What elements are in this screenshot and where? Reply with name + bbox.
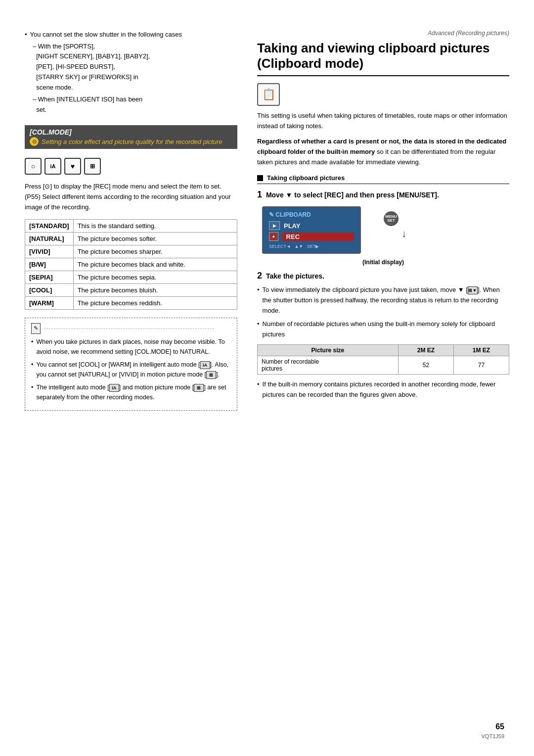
col-mode-title: [COL.MODE] xyxy=(30,128,232,136)
note-text: The intelligent auto mode [iA] and motio… xyxy=(36,382,231,402)
note-bullet: • You cannot set [COOL] or [WARM] in int… xyxy=(31,360,231,379)
indent-item: [PET], [HI-SPEED BURST], xyxy=(33,62,237,72)
bullet-dot: • xyxy=(31,337,33,357)
indent-item: scene mode. xyxy=(33,83,237,93)
table-key: [COOL] xyxy=(25,284,74,297)
bullet-dot: • xyxy=(257,285,260,316)
note-bullet: • When you take pictures in dark places,… xyxy=(31,337,231,357)
note-icon-row: ✎ xyxy=(31,323,231,334)
left-column: • You cannot set the slow shutter in the… xyxy=(25,30,237,726)
intro-bullets: • You cannot set the slow shutter in the… xyxy=(25,30,237,115)
step2-bullet2-text: Number of recordable pictures when using… xyxy=(263,319,509,340)
play-text: PLAY xyxy=(284,222,300,230)
mode-icon-ia: iA xyxy=(44,158,61,175)
table-key: [B/W] xyxy=(25,258,74,271)
col-header-1m: 1M EZ xyxy=(453,345,509,356)
press-text: Press [⊙] to display the [REC] mode menu… xyxy=(25,182,237,212)
step2-title: 2 Take the pictures. xyxy=(257,271,509,281)
table-key: [NATURAL] xyxy=(25,233,74,245)
final-bullet-text: If the built-in memory contains pictures… xyxy=(263,379,509,400)
table-value: The picture becomes sharper. xyxy=(73,245,237,258)
square-icon xyxy=(257,175,263,181)
note-icon: ✎ xyxy=(31,323,41,334)
bullet-dot: • xyxy=(25,30,27,40)
mode-icon-grid: ⊞ xyxy=(84,158,101,175)
step2-bullet1: • To view immediately the clipboard pict… xyxy=(257,285,509,316)
table-value: The picture becomes sepia. xyxy=(73,271,237,284)
step2-number: 2 xyxy=(257,271,262,281)
step2-bullets: • To view immediately the clipboard pict… xyxy=(257,285,509,339)
intro-text-1: This setting is useful when taking pictu… xyxy=(257,111,509,132)
table-key: [VIVID] xyxy=(25,245,74,258)
indent-item: [STARRY SKY] or [FIREWORKS] in xyxy=(33,72,237,83)
mode-icon-heart: ♥ xyxy=(64,158,81,175)
note-text: When you take pictures in dark places, n… xyxy=(36,337,231,357)
table-row-label: Number of recordablepictures xyxy=(258,356,399,375)
settings-table: [STANDARD] This is the standard setting.… xyxy=(25,219,237,310)
col-mode-subtitle: ⊙ Setting a color effect and picture qua… xyxy=(30,137,232,146)
page-number: 65 xyxy=(495,722,504,731)
step1-title: 1 Move ▼ to select [REC] and then press … xyxy=(257,188,509,201)
intro-text-2: Regardless of whether a card is present … xyxy=(257,137,509,167)
screen-container: ✎ CLIPBOARD ▶ PLAY ● REC SELECT◄ ▲▼ SET▶… xyxy=(262,206,381,254)
motion-icon2: ⊞ xyxy=(194,384,204,392)
taking-clipboard-header: Taking clipboard pictures xyxy=(257,174,509,184)
indent-item: – With the [SPORTS], xyxy=(33,42,237,52)
bullet-dot: • xyxy=(257,319,260,340)
bullet-dot: • xyxy=(257,379,260,400)
bullet-dot: • xyxy=(31,382,33,402)
step1-text: Move ▼ to select [REC] and then press [M… xyxy=(266,191,439,199)
note-bullet: • The intelligent auto mode [iA] and mot… xyxy=(31,382,231,402)
mode-icons-row: ○ iA ♥ ⊞ xyxy=(25,158,237,175)
table-header-row: Picture size 2M EZ 1M EZ xyxy=(258,345,509,356)
rec-text: REC xyxy=(282,233,354,241)
final-bullet: • If the built-in memory contains pictur… xyxy=(257,379,509,400)
play-menu-item: ▶ PLAY xyxy=(269,221,354,230)
table-value: The picture becomes reddish. xyxy=(73,297,237,310)
table-row: Number of recordablepictures 52 77 xyxy=(258,356,509,375)
col-mode-box: [COL.MODE] ⊙ Setting a color effect and … xyxy=(25,125,237,149)
clipboard-icon-box: 📋 xyxy=(257,83,280,106)
mode-icon-standard: ○ xyxy=(25,158,42,175)
motion-icon: ⊞ xyxy=(206,371,216,379)
menu-set-button: MENUSET xyxy=(384,211,399,226)
step2-bullet1-text: To view immediately the clipboard pictur… xyxy=(263,285,509,316)
bold-intro: Regardless of whether a card is present … xyxy=(257,138,506,155)
rec-icon: ● xyxy=(269,232,278,241)
indent-list: – With the [SPORTS], [NIGHT SCENERY], [B… xyxy=(33,42,237,116)
bullet-dot: • xyxy=(31,360,33,379)
table-value: The picture becomes black and white. xyxy=(73,258,237,271)
step2-bullet2: • Number of recordable pictures when usi… xyxy=(257,319,509,340)
section-title: Taking and viewing clipboard pictures (C… xyxy=(257,41,509,76)
indent-item: [NIGHT SCENERY], [BABY1], [BABY2], xyxy=(33,51,237,62)
ia-icon2: iA xyxy=(109,384,119,392)
table-val-2m: 52 xyxy=(398,356,453,375)
table-value: The picture becomes bluish. xyxy=(73,284,237,297)
rec-menu-item: ● REC xyxy=(269,232,354,241)
final-bullet-item: • If the built-in memory contains pictur… xyxy=(257,379,509,400)
table-row: [B/W] The picture becomes black and whit… xyxy=(25,258,237,271)
step1-number: 1 xyxy=(257,189,262,199)
indent-item: – When [INTELLIGENT ISO] has been xyxy=(33,94,237,105)
indent-item: set. xyxy=(33,105,237,115)
note-text: You cannot set [COOL] or [WARM] in intel… xyxy=(36,360,231,379)
initial-display-label: (Initial display) xyxy=(257,259,509,266)
table-row: [SEPIA] The picture becomes sepia. xyxy=(25,271,237,284)
table-value: The picture becomes softer. xyxy=(73,233,237,245)
bullet-text: You cannot set the slow shutter in the f… xyxy=(30,30,182,40)
recordable-table: Picture size 2M EZ 1M EZ Number of recor… xyxy=(257,344,509,375)
preview-icon: ⊞▼ xyxy=(468,286,478,294)
section-header-label: Taking clipboard pictures xyxy=(267,174,345,182)
table-key: [WARM] xyxy=(25,297,74,310)
table-key: [STANDARD] xyxy=(25,220,74,233)
screen-bottom-bar: SELECT◄ ▲▼ SET▶ xyxy=(269,244,354,249)
col-header-2m: 2M EZ xyxy=(398,345,453,356)
play-icon: ▶ xyxy=(269,221,280,230)
table-row: [STANDARD] This is the standard setting. xyxy=(25,220,237,233)
table-value: This is the standard setting. xyxy=(73,220,237,233)
table-key: [SEPIA] xyxy=(25,271,74,284)
table-row: [COOL] The picture becomes bluish. xyxy=(25,284,237,297)
table-row: [NATURAL] The picture becomes softer. xyxy=(25,233,237,245)
note-box: ✎ • When you take pictures in dark place… xyxy=(25,318,237,411)
table-val-1m: 77 xyxy=(453,356,509,375)
